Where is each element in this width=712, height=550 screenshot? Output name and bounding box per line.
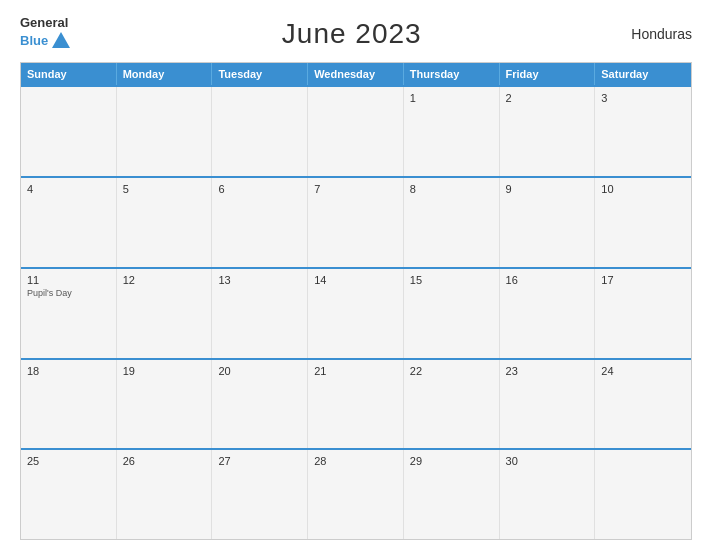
cell-w2-mon: 5 [117,178,213,267]
cell-w2-thu: 8 [404,178,500,267]
cell-w4-sat: 24 [595,360,691,449]
header-wednesday: Wednesday [308,63,404,85]
calendar-header: Sunday Monday Tuesday Wednesday Thursday… [21,63,691,85]
week-4: 18 19 20 21 22 23 24 [21,358,691,449]
cell-w5-wed: 28 [308,450,404,539]
logo: General Blue [20,16,72,52]
cell-w2-tue: 6 [212,178,308,267]
cell-w4-tue: 20 [212,360,308,449]
cell-w5-sun: 25 [21,450,117,539]
cell-w1-wed [308,87,404,176]
week-3: 11 Pupil's Day 12 13 14 15 16 17 [21,267,691,358]
week-5: 25 26 27 28 29 30 [21,448,691,539]
cell-w5-fri: 30 [500,450,596,539]
cell-w4-wed: 21 [308,360,404,449]
page: General Blue June 2023 Honduras Sunday M… [0,0,712,550]
cell-w4-thu: 22 [404,360,500,449]
cell-w3-thu: 15 [404,269,500,358]
header-friday: Friday [500,63,596,85]
week-1: 1 2 3 [21,85,691,176]
cell-w5-sat [595,450,691,539]
cell-w3-fri: 16 [500,269,596,358]
calendar-title: June 2023 [282,18,422,50]
cell-w1-sat: 3 [595,87,691,176]
cell-w1-mon [117,87,213,176]
cell-w1-fri: 2 [500,87,596,176]
calendar-body: 1 2 3 4 5 6 7 8 9 10 11 Pupil's Day 12 [21,85,691,539]
cell-w1-thu: 1 [404,87,500,176]
header-sunday: Sunday [21,63,117,85]
logo-icon [50,30,72,52]
calendar: Sunday Monday Tuesday Wednesday Thursday… [20,62,692,540]
cell-w2-sun: 4 [21,178,117,267]
cell-w1-sun [21,87,117,176]
logo-general: General [20,16,68,30]
header-tuesday: Tuesday [212,63,308,85]
header: General Blue June 2023 Honduras [20,16,692,52]
week-2: 4 5 6 7 8 9 10 [21,176,691,267]
cell-w1-tue [212,87,308,176]
cell-w4-fri: 23 [500,360,596,449]
logo-blue: Blue [20,30,72,52]
cell-w2-sat: 10 [595,178,691,267]
country-label: Honduras [631,26,692,42]
cell-w2-fri: 9 [500,178,596,267]
header-monday: Monday [117,63,213,85]
cell-w3-mon: 12 [117,269,213,358]
header-thursday: Thursday [404,63,500,85]
cell-w2-wed: 7 [308,178,404,267]
cell-w5-tue: 27 [212,450,308,539]
cell-w3-tue: 13 [212,269,308,358]
cell-w3-sun: 11 Pupil's Day [21,269,117,358]
cell-w3-sat: 17 [595,269,691,358]
cell-w4-sun: 18 [21,360,117,449]
svg-marker-0 [52,32,70,48]
cell-w4-mon: 19 [117,360,213,449]
cell-w5-thu: 29 [404,450,500,539]
header-saturday: Saturday [595,63,691,85]
cell-w5-mon: 26 [117,450,213,539]
cell-w3-wed: 14 [308,269,404,358]
